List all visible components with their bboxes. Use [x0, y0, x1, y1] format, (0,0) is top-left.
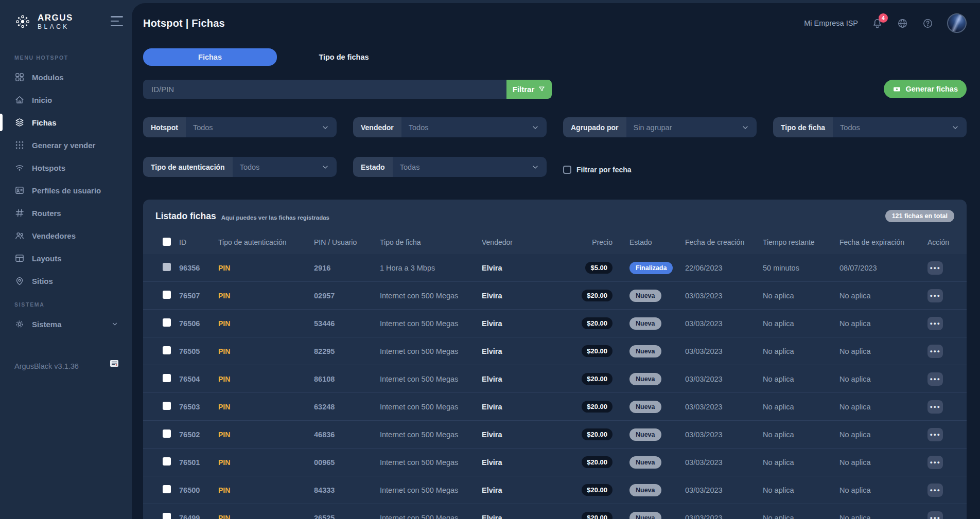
status-badge: Finalizada [629, 262, 673, 274]
tab-fichas[interactable]: Fichas [143, 48, 277, 66]
table-row: 76507 PIN 02957 Internet con 500 Megas E… [143, 282, 967, 310]
row-checkbox[interactable] [163, 291, 171, 299]
sidebar-item-modulos[interactable]: Modulos [0, 66, 132, 88]
row-checkbox[interactable] [163, 457, 171, 466]
company-name[interactable]: Mi Empresa ISP [804, 19, 858, 27]
sidebar-item-fichas[interactable]: Fichas [0, 111, 132, 134]
fecha-expiracion: No aplica [839, 375, 927, 383]
users-icon [14, 230, 25, 241]
filter-vendedor[interactable]: Vendedor Todos [353, 117, 547, 137]
tipo-ficha: 1 Hora a 3 Mbps [380, 264, 482, 272]
row-actions-button[interactable]: ●●● [927, 456, 943, 469]
sidebar-item-label: Routers [32, 209, 61, 218]
filter-tipo-de-ficha[interactable]: Tipo de ficha Todos [773, 117, 967, 137]
row-actions-button[interactable]: ●●● [927, 400, 943, 414]
row-actions-button[interactable]: ●●● [927, 511, 943, 519]
fecha-creacion: 03/03/2023 [685, 375, 763, 383]
ficha-id: 96356 [179, 264, 218, 272]
filter-button[interactable]: Filtrar [506, 80, 552, 99]
row-actions-button[interactable]: ●●● [927, 345, 943, 358]
row-checkbox[interactable] [163, 429, 171, 438]
filter-value: Todos [186, 123, 321, 132]
filter-estado[interactable]: Estado Todas [353, 157, 547, 177]
sidebar-item-generar-y-vender[interactable]: Generar y vender [0, 134, 132, 156]
row-checkbox[interactable] [163, 318, 171, 327]
row-actions-button[interactable]: ●●● [927, 317, 943, 330]
search-input[interactable] [143, 80, 506, 99]
sidebar-item-routers[interactable]: Routers [0, 202, 132, 224]
price-badge: $20.00 [582, 484, 612, 496]
user-avatar[interactable] [947, 13, 967, 33]
topbar: Hotspot | Fichas Mi Empresa ISP 4 [143, 3, 967, 41]
total-count-badge: 121 fichas en total [885, 210, 954, 222]
fecha-creacion: 03/03/2023 [685, 486, 763, 494]
ficha-id: 76507 [179, 292, 218, 300]
filter-tipo-de-autenticacion[interactable]: Tipo de autenticación Todos [143, 157, 337, 177]
filter-agrupado-por[interactable]: Agrupado por Sin agrupar [563, 117, 757, 137]
filter-value: Todos [233, 163, 321, 171]
sidebar-item-label: Layouts [32, 254, 62, 263]
filter-value: Sin agrupar [626, 123, 741, 132]
notifications-button[interactable]: 4 [871, 17, 883, 29]
fecha-expiracion: No aplica [839, 514, 927, 519]
filter-label: Vendedor [353, 117, 401, 137]
row-actions-button[interactable]: ●●● [927, 372, 943, 386]
row-checkbox[interactable] [163, 485, 171, 493]
pin-usuario: 86108 [314, 375, 380, 383]
sidebar-collapse-button[interactable] [111, 16, 124, 26]
tab-tipo-de-fichas[interactable]: Tipo de fichas [277, 48, 411, 66]
table-row: 96356 PIN 2916 1 Hora a 3 Mbps Elvira $5… [143, 254, 967, 282]
sidebar-item-sitios[interactable]: Sitios [0, 270, 132, 292]
sidebar-item-inicio[interactable]: Inicio [0, 88, 132, 111]
date-filter-checkbox[interactable] [563, 166, 571, 174]
price-badge: $20.00 [582, 345, 612, 357]
row-checkbox[interactable] [163, 402, 171, 410]
card-subtitle: Aquí puedes ver las fichas registradas [221, 212, 329, 221]
status-badge: Nueva [629, 290, 661, 302]
tipo-ficha: Internet con 500 Megas [380, 375, 482, 383]
table-row: 76499 PIN 26525 Internet con 500 Megas E… [143, 504, 967, 519]
layout-icon [14, 253, 25, 263]
status-badge: Nueva [629, 345, 661, 357]
fecha-creacion: 03/03/2023 [685, 292, 763, 300]
auth-type: PIN [218, 514, 314, 519]
filter-hotspot[interactable]: Hotspot Todos [143, 117, 337, 137]
select-all-checkbox[interactable] [163, 238, 171, 246]
sidebar-item-label: Modulos [32, 73, 64, 82]
help-button[interactable] [922, 17, 934, 29]
vendedor: Elvira [482, 431, 580, 439]
row-actions-button[interactable]: ●●● [927, 289, 943, 302]
sidebar-item-layouts[interactable]: Layouts [0, 247, 132, 270]
table-header-row: ID Tipo de autenticación PIN / Usuario T… [143, 230, 967, 254]
sidebar-item-label: Perfiles de usuario [32, 186, 101, 195]
row-checkbox[interactable] [163, 346, 171, 354]
auth-type: PIN [218, 292, 314, 300]
vendedor: Elvira [482, 514, 580, 519]
sidebar-item-vendedores[interactable]: Vendedores [0, 224, 132, 247]
row-checkbox[interactable] [163, 263, 171, 271]
generate-fichas-button[interactable]: Generar fichas [884, 80, 967, 98]
table-row: 76503 PIN 63248 Internet con 500 Megas E… [143, 393, 967, 421]
ficha-id: 76502 [179, 431, 218, 439]
fichas-list-card: Listado fichas Aquí puedes ver las ficha… [143, 200, 967, 519]
row-checkbox[interactable] [163, 513, 171, 519]
row-checkbox[interactable] [163, 374, 171, 382]
language-button[interactable] [897, 17, 908, 29]
logo-line1: ARGUS [38, 13, 73, 22]
row-actions-button[interactable]: ●●● [927, 484, 943, 497]
row-actions-button[interactable]: ●●● [927, 428, 943, 441]
sidebar-item-label: Inicio [32, 96, 52, 104]
price-badge: $20.00 [582, 290, 612, 301]
vendedor: Elvira [482, 347, 580, 355]
fecha-expiracion: No aplica [839, 403, 927, 411]
sidebar-item-perfiles-de-usuario[interactable]: Perfiles de usuario [0, 179, 132, 202]
sidebar-item-hotspots[interactable]: Hotspots [0, 156, 132, 179]
filter-label: Estado [353, 157, 393, 177]
tipo-ficha: Internet con 500 Megas [380, 319, 482, 328]
ficha-id: 76503 [179, 403, 218, 411]
row-actions-button[interactable]: ●●● [927, 261, 943, 275]
vendedor: Elvira [482, 319, 580, 328]
logo-line2: BLACK [38, 24, 73, 30]
table-row: 76502 PIN 46836 Internet con 500 Megas E… [143, 421, 967, 449]
sidebar-item-sistema[interactable]: Sistema [0, 313, 132, 335]
